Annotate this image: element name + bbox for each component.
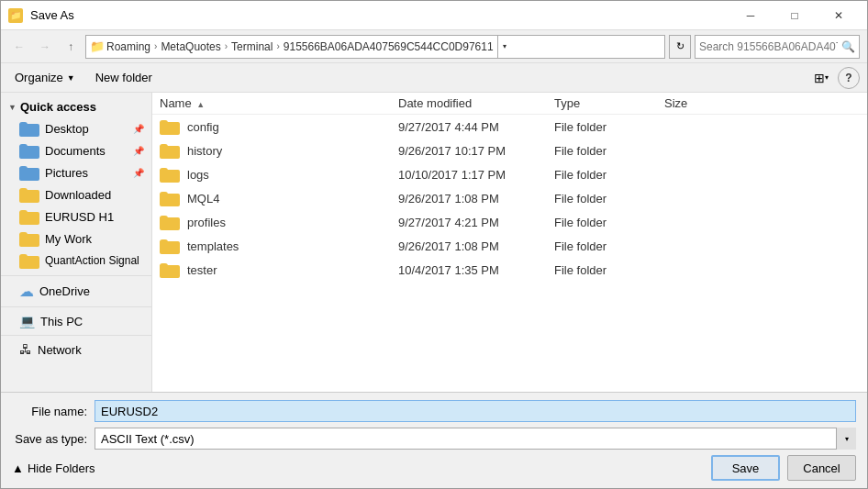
save-button[interactable]: Save: [711, 455, 780, 481]
mywork-label: My Work: [45, 232, 92, 246]
close-button[interactable]: ✕: [818, 1, 860, 30]
network-icon: 🖧: [19, 342, 32, 357]
sidebar-item-onedrive[interactable]: ☁ OneDrive: [1, 280, 151, 303]
address-dropdown-button[interactable]: ▾: [497, 36, 512, 58]
hide-folders-label: Hide Folders: [28, 461, 95, 475]
file-name: templates: [187, 239, 239, 253]
breadcrumb-sep1: ›: [154, 41, 157, 51]
file-name: history: [187, 144, 222, 158]
sidebar-item-thispc[interactable]: 💻 This PC: [1, 311, 151, 331]
search-box[interactable]: 🔍: [695, 35, 860, 59]
quick-access-section: ▼ Quick access Desktop 📌 Documents 📌 Pic…: [1, 96, 151, 272]
table-row[interactable]: history 9/26/2017 10:17 PM File folder: [152, 139, 867, 162]
breadcrumb-part4: 915566BA06ADA407569C544CC0D97611: [284, 40, 494, 53]
file-date: 10/4/2017 1:35 PM: [398, 263, 554, 277]
organize-toolbar: Organize ▼ New folder ⊞ ▾ ?: [1, 63, 867, 93]
organize-button[interactable]: Organize ▼: [8, 67, 82, 89]
main-content: ▼ Quick access Desktop 📌 Documents 📌 Pic…: [1, 93, 867, 392]
sidebar-divider-2: [1, 306, 151, 307]
table-row[interactable]: tester 10/4/2017 1:35 PM File folder: [152, 258, 867, 282]
desktop-folder-icon: [19, 120, 39, 137]
sidebar-divider-3: [1, 335, 151, 336]
quantaction-folder-icon: [19, 252, 39, 269]
title-controls: ─ □ ✕: [729, 1, 860, 30]
quick-access-header[interactable]: ▼ Quick access: [1, 96, 151, 117]
pictures-label: Pictures: [45, 166, 88, 180]
minimize-button[interactable]: ─: [729, 1, 772, 30]
column-header-size[interactable]: Size: [664, 96, 860, 110]
refresh-button[interactable]: ↻: [669, 35, 691, 59]
column-header-type[interactable]: Type: [554, 96, 664, 110]
maximize-button[interactable]: □: [773, 1, 816, 30]
filetype-row: Save as type: ASCII Text (*.csv) ▾: [12, 428, 856, 450]
hide-folders-button[interactable]: ▲ Hide Folders: [12, 461, 95, 475]
table-row[interactable]: templates 9/26/2017 1:08 PM File folder: [152, 234, 867, 258]
title-bar: 📁 Save As ─ □ ✕: [1, 1, 867, 30]
file-name: MQL4: [187, 192, 219, 206]
sidebar-item-eurusd[interactable]: EURUSD H1: [1, 206, 151, 228]
sidebar-item-quantaction[interactable]: QuantAction Signal: [1, 250, 151, 272]
downloaded-folder-icon: [19, 186, 39, 203]
downloaded-label: Downloaded: [45, 188, 111, 202]
folder-small-icon: 📁: [90, 39, 105, 53]
new-folder-button[interactable]: New folder: [89, 67, 159, 89]
sidebar-divider-1: [1, 275, 151, 276]
breadcrumb-part1: 📁 Roaming: [90, 39, 150, 53]
file-folder-icon: [160, 214, 180, 230]
file-date: 10/10/2017 1:17 PM: [398, 168, 554, 182]
filetype-label: Save as type:: [12, 432, 95, 446]
thispc-label: This PC: [40, 315, 83, 328]
file-type: File folder: [554, 144, 664, 158]
file-folder-icon: [160, 190, 180, 206]
title-bar-left: 📁 Save As: [8, 8, 74, 23]
column-header-date[interactable]: Date modified: [398, 96, 554, 110]
back-button[interactable]: ←: [8, 36, 30, 58]
hide-folders-arrow: ▲: [12, 461, 24, 475]
sidebar-item-pictures[interactable]: Pictures 📌: [1, 161, 151, 183]
file-folder-icon: [160, 118, 180, 135]
file-date: 9/26/2017 1:08 PM: [398, 239, 554, 253]
sidebar-item-documents[interactable]: Documents 📌: [1, 139, 151, 161]
view-button[interactable]: ⊞ ▾: [808, 67, 834, 89]
sidebar-item-desktop[interactable]: Desktop 📌: [1, 117, 151, 139]
help-button[interactable]: ?: [838, 67, 860, 89]
thispc-icon: 💻: [19, 314, 35, 328]
dialog-icon: 📁: [8, 8, 23, 23]
eurusd-label: EURUSD H1: [45, 210, 114, 224]
quantaction-label: QuantAction Signal: [45, 254, 139, 267]
column-header-name[interactable]: Name ▲: [160, 96, 398, 110]
address-bar[interactable]: 📁 Roaming › MetaQuotes › Terminal › 9155…: [85, 35, 665, 59]
sidebar-item-mywork[interactable]: My Work: [1, 228, 151, 250]
bottom-panel: File name: Save as type: ASCII Text (*.c…: [1, 392, 867, 488]
table-row[interactable]: profiles 9/27/2017 4:21 PM File folder: [152, 210, 867, 234]
sidebar-item-network[interactable]: 🖧 Network: [1, 339, 151, 360]
sidebar: ▼ Quick access Desktop 📌 Documents 📌 Pic…: [1, 93, 152, 392]
forward-button[interactable]: →: [34, 36, 56, 58]
dialog-window: 📁 Save As ─ □ ✕ ← → ↑ 📁 Roaming › MetaQu…: [0, 0, 868, 489]
file-type: File folder: [554, 263, 664, 277]
up-button[interactable]: ↑: [60, 36, 82, 58]
filetype-select[interactable]: ASCII Text (*.csv): [95, 428, 856, 450]
table-row[interactable]: logs 10/10/2017 1:17 PM File folder: [152, 162, 867, 186]
bottom-actions: ▲ Hide Folders Save Cancel: [12, 455, 856, 481]
toolbar-right: ⊞ ▾ ?: [808, 67, 860, 89]
desktop-label: Desktop: [45, 122, 89, 136]
sidebar-item-downloaded[interactable]: Downloaded: [1, 183, 151, 206]
address-toolbar: ← → ↑ 📁 Roaming › MetaQuotes › Terminal …: [1, 30, 867, 63]
file-type: File folder: [554, 216, 664, 229]
file-rows-container: config 9/27/2017 4:44 PM File folder his…: [152, 115, 867, 282]
pin-icon-desktop: 📌: [133, 124, 144, 134]
filename-input[interactable]: [95, 400, 856, 422]
file-name: logs: [187, 168, 209, 182]
file-date: 9/26/2017 10:17 PM: [398, 144, 554, 158]
table-row[interactable]: config 9/27/2017 4:44 PM File folder: [152, 115, 867, 139]
cancel-button[interactable]: Cancel: [787, 455, 856, 481]
file-type: File folder: [554, 192, 664, 206]
pin-icon-documents: 📌: [133, 146, 144, 156]
file-folder-icon: [160, 166, 180, 183]
table-row[interactable]: MQL4 9/26/2017 1:08 PM File folder: [152, 186, 867, 210]
breadcrumb-part3: Terminal: [231, 40, 273, 53]
filename-label: File name:: [12, 405, 95, 418]
search-input[interactable]: [699, 40, 838, 53]
search-icon: 🔍: [841, 40, 855, 53]
